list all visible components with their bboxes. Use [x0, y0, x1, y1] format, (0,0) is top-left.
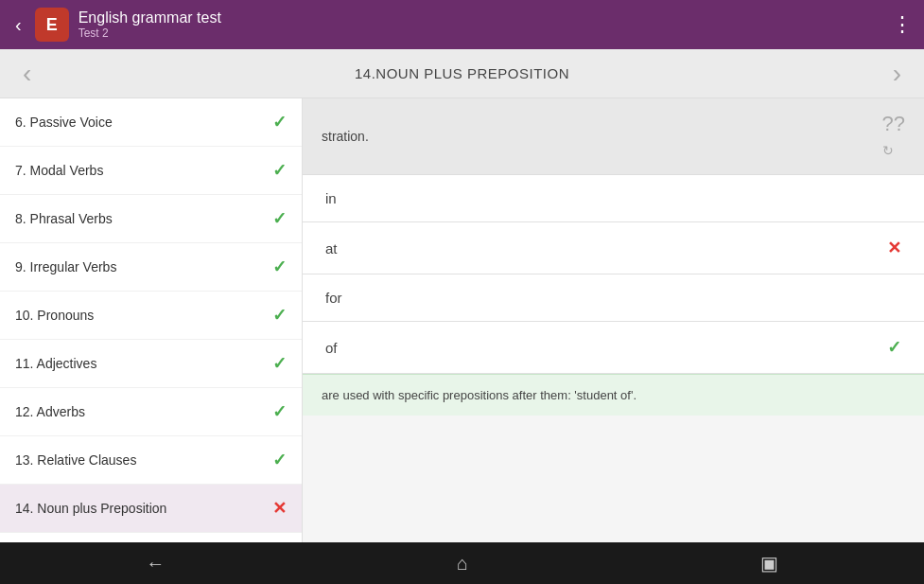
sidebar-item-label: 11. Adjectives — [15, 356, 96, 371]
sidebar-item-label: 9. Irregular Verbs — [15, 259, 116, 274]
status-check-icon: ✓ — [272, 450, 287, 470]
status-check-icon: ✓ — [272, 208, 287, 229]
status-check-icon: ✓ — [272, 401, 287, 422]
more-options-button[interactable]: ⋮ — [892, 12, 913, 37]
sidebar-item-relative-clauses[interactable]: 13. Relative Clauses ✓ — [0, 436, 302, 485]
answer-option-for[interactable]: for — [303, 274, 924, 322]
question-text: stration. — [322, 129, 369, 144]
answer-text: of — [325, 340, 338, 356]
answer-option-at[interactable]: at ✕ — [303, 222, 924, 274]
system-recents-button[interactable]: ▣ — [745, 548, 793, 578]
status-check-icon: ✓ — [272, 112, 287, 133]
sidebar-item-label: 6. Passive Voice — [15, 115, 113, 130]
app-subtitle: Test 2 — [78, 27, 221, 40]
sidebar-item-phrasal-verbs[interactable]: 8. Phrasal Verbs ✓ — [0, 195, 302, 243]
main-area: 6. Passive Voice ✓ 7. Modal Verbs ✓ 8. P… — [0, 98, 924, 542]
sidebar-item-irregular-verbs[interactable]: 9. Irregular Verbs ✓ — [0, 243, 302, 292]
nav-bar: ‹ 14.NOUN PLUS PREPOSITION › — [0, 49, 924, 98]
question-header: stration. ??↻ — [303, 98, 924, 175]
answer-option-in[interactable]: in — [303, 175, 924, 222]
answer-wrong-icon: ✕ — [887, 238, 901, 258]
help-icon[interactable]: ??↻ — [882, 112, 905, 161]
status-check-icon: ✓ — [272, 305, 287, 326]
answer-text: at — [325, 240, 338, 257]
bottom-nav: ← ⌂ ▣ — [0, 542, 924, 584]
lesson-title: 14.NOUN PLUS PREPOSITION — [355, 65, 569, 81]
status-check-icon: ✓ — [272, 160, 287, 181]
answer-text: for — [325, 290, 342, 306]
content-area: stration. ??↻ in at ✕ for of ✓ are used … — [303, 98, 924, 542]
answer-text: in — [325, 190, 337, 206]
system-back-button[interactable]: ← — [131, 549, 180, 578]
status-check-icon: ✓ — [272, 257, 287, 277]
sidebar-item-label: 14. Noun plus Preposition — [15, 501, 166, 516]
sidebar-item-passive-voice[interactable]: 6. Passive Voice ✓ — [0, 98, 302, 147]
sidebar-item-label: 12. Adverbs — [15, 404, 85, 419]
sidebar-item-label: 7. Modal Verbs — [15, 163, 103, 178]
sidebar-item-adjectives[interactable]: 11. Adjectives ✓ — [0, 340, 302, 388]
sidebar-item-label: 8. Phrasal Verbs — [15, 211, 113, 226]
sidebar: 6. Passive Voice ✓ 7. Modal Verbs ✓ 8. P… — [0, 98, 303, 542]
back-button[interactable]: ‹ — [11, 10, 26, 40]
app-icon: E — [35, 8, 69, 42]
status-cross-icon: ✕ — [272, 498, 287, 519]
sidebar-item-pronouns[interactable]: 10. Pronouns ✓ — [0, 292, 302, 340]
answer-option-of[interactable]: of ✓ — [303, 322, 924, 374]
explanation-bar: are used with specific prepositions afte… — [303, 374, 924, 416]
sidebar-item-modal-verbs[interactable]: 7. Modal Verbs ✓ — [0, 147, 302, 195]
answer-correct-icon: ✓ — [887, 337, 901, 358]
sidebar-item-label: 10. Pronouns — [15, 308, 94, 323]
prev-button[interactable]: ‹ — [15, 55, 39, 93]
app-title-group: English grammar test Test 2 — [78, 9, 221, 40]
top-bar: ‹ E English grammar test Test 2 ⋮ — [0, 0, 924, 49]
status-check-icon: ✓ — [272, 353, 287, 374]
sidebar-item-noun-preposition[interactable]: 14. Noun plus Preposition ✕ — [0, 485, 302, 533]
sidebar-item-adverbs[interactable]: 12. Adverbs ✓ — [0, 388, 302, 436]
next-button[interactable]: › — [885, 55, 909, 93]
system-home-button[interactable]: ⌂ — [442, 549, 483, 578]
app-title: English grammar test — [78, 9, 221, 27]
sidebar-item-label: 13. Relative Clauses — [15, 452, 136, 468]
explanation-text: are used with specific prepositions afte… — [322, 388, 636, 402]
